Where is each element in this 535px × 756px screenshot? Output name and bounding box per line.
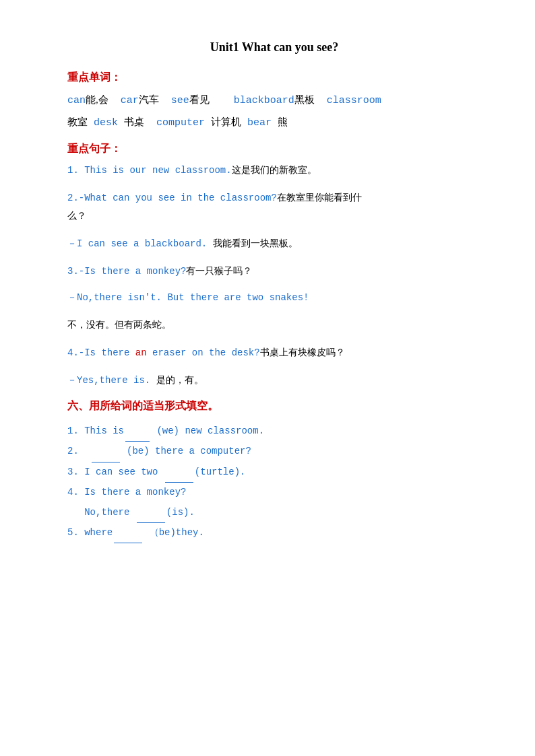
vocab-section-label: 重点单词： [67, 71, 481, 85]
exercise-5: No,there (is). [67, 503, 481, 523]
exercise-2: 2. (be) there a computer? [67, 442, 481, 462]
exercise-4: 4. Is there a monkey? [67, 483, 481, 502]
vocab-line-2: 教室 desk 书桌 computer 计算机 bear 熊 [67, 112, 481, 133]
sentence-6: 不，没有。但有两条蛇。 [67, 316, 481, 335]
exercise-section-label: 六、用所给词的适当形式填空。 [67, 399, 481, 413]
page-title: Unit1 What can you see? [67, 40, 481, 55]
sentence-2: 2.-What can you see in the classroom?在教室… [67, 189, 481, 226]
sentence-8: －Yes,there is. 是的，有。 [67, 372, 481, 390]
sentence-4: 3.-Is there a monkey?有一只猴子吗？ [67, 263, 481, 281]
sentence-section-label: 重点句子： [67, 142, 481, 156]
exercise-section: 六、用所给词的适当形式填空。 1. This is (we) new class… [67, 399, 481, 543]
vocab-line-1: can能,会 car汽车 see看见 blackboard黑板 classroo… [67, 90, 481, 111]
sentence-3: －I can see a blackboard. 我能看到一块黑板。 [67, 235, 481, 253]
exercise-6: 5. where （be)they. [67, 523, 481, 543]
exercise-1: 1. This is (we) new classroom. [67, 421, 481, 442]
sentence-7: 4.-Is there an eraser on the desk?书桌上有块橡… [67, 344, 481, 362]
sentence-1: 1. This is our new classroom.这是我们的新教室。 [67, 162, 481, 180]
exercise-3: 3. I can see two (turtle). [67, 462, 481, 483]
sentence-5: －No,there isn't. But there are two snake… [67, 289, 481, 307]
